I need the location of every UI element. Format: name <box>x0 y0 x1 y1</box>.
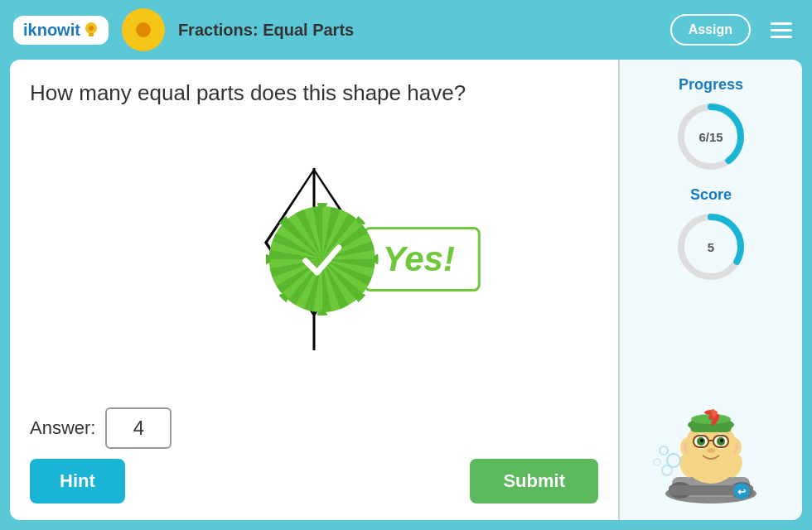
hint-button[interactable]: Hint <box>30 459 125 504</box>
menu-line-2 <box>771 29 792 31</box>
score-section: Score 5 <box>674 186 747 283</box>
mascot-image: ↩ <box>649 388 773 504</box>
lesson-icon <box>122 8 165 51</box>
assign-button[interactable]: Assign <box>670 14 751 46</box>
progress-label: 6/15 <box>698 130 723 144</box>
logo: iknowit <box>13 16 109 45</box>
bottom-buttons: Hint Submit <box>30 459 598 504</box>
answer-input[interactable] <box>105 407 172 449</box>
menu-line-3 <box>771 36 792 38</box>
menu-button[interactable] <box>764 19 799 41</box>
svg-point-2 <box>89 26 94 31</box>
yes-text: Yes! <box>383 239 455 278</box>
mascot-area: ↩ <box>649 388 773 504</box>
svg-point-34 <box>660 446 668 455</box>
answer-label: Answer: <box>30 417 95 439</box>
right-panel: Progress 6/15 Score 5 <box>620 60 802 520</box>
svg-point-25 <box>700 439 703 442</box>
svg-point-35 <box>662 465 672 475</box>
score-label: 5 <box>708 240 714 254</box>
bulb-icon <box>84 21 99 39</box>
svg-point-17 <box>708 415 713 420</box>
menu-line-1 <box>771 22 792 25</box>
lesson-title: Fractions: Equal Parts <box>178 21 657 40</box>
score-circle: 5 <box>674 210 747 283</box>
answer-row: Answer: <box>30 394 598 449</box>
svg-point-26 <box>720 439 723 442</box>
yes-banner: Yes! <box>364 227 481 292</box>
question-text: How many equal parts does this shape hav… <box>30 80 598 108</box>
svg-point-36 <box>654 459 660 465</box>
left-panel: How many equal parts does this shape hav… <box>10 60 620 520</box>
main-area: How many equal parts does this shape hav… <box>10 60 802 520</box>
scallop-border <box>266 203 379 316</box>
svg-text:↩: ↩ <box>737 486 746 498</box>
checkmark-badge <box>273 210 372 309</box>
logo-text: iknowit <box>23 21 80 40</box>
svg-rect-1 <box>89 33 94 36</box>
header: iknowit Fractions: Equal Parts Assign <box>0 0 812 60</box>
progress-title: Progress <box>679 76 743 94</box>
score-title: Score <box>690 186 732 204</box>
svg-point-30 <box>707 448 715 453</box>
progress-section: Progress 6/15 <box>674 76 747 173</box>
shape-area: Yes! <box>30 124 598 394</box>
submit-button[interactable]: Submit <box>470 459 598 504</box>
yes-feedback: Yes! <box>273 210 481 309</box>
lesson-icon-inner <box>136 22 151 37</box>
progress-circle: 6/15 <box>674 100 747 173</box>
